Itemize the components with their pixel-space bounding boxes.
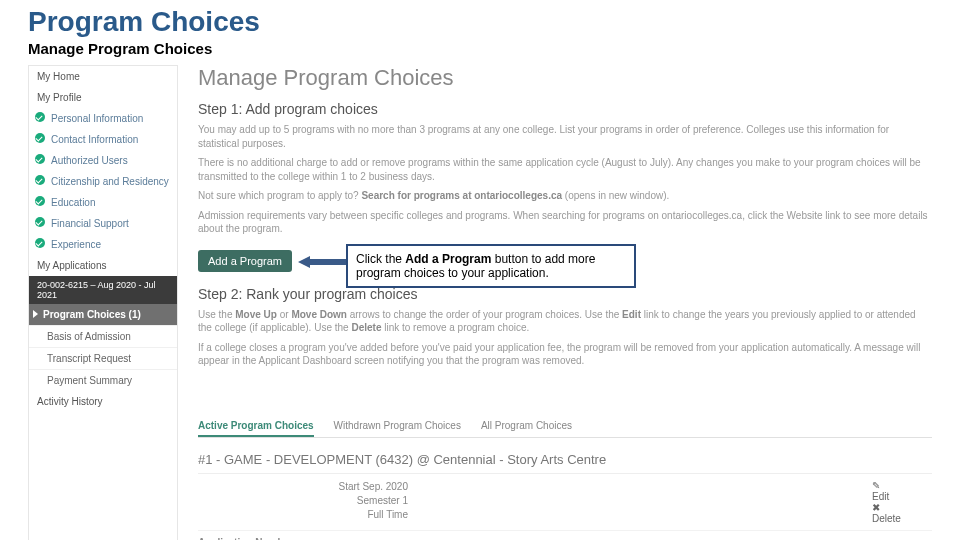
p3-text-c: (opens in new window). xyxy=(562,190,669,201)
step1-para3: Not sure which program to apply to? Sear… xyxy=(198,189,932,203)
edit-icon: ✎ xyxy=(872,480,882,491)
choice-time: Full Time xyxy=(198,508,408,522)
tab-withdrawn-choices[interactable]: Withdrawn Program Choices xyxy=(334,420,461,437)
edit-label: Edit xyxy=(872,491,932,502)
nav-citizenship[interactable]: Citizenship and Residency xyxy=(29,171,177,192)
main-content: Manage Program Choices Step 1: Add progr… xyxy=(178,65,932,540)
choice-sem: Semester 1 xyxy=(198,494,408,508)
p3-text-a: Not sure which program to apply to? xyxy=(198,190,361,201)
p3-link[interactable]: Search for programs at ontariocolleges.c… xyxy=(361,190,562,201)
delete-icon: ✖ xyxy=(872,502,882,513)
add-program-row: Add a Program Click the Add a Program bu… xyxy=(198,242,292,286)
p5h: Delete xyxy=(351,322,381,333)
nav-program-choices[interactable]: Program Choices (1) xyxy=(29,304,177,325)
callout-text-b: Add a Program xyxy=(405,252,491,266)
tabs: Active Program Choices Withdrawn Program… xyxy=(198,420,932,438)
step1-para2: There is no additional charge to add or … xyxy=(198,156,932,183)
nav-education[interactable]: Education xyxy=(29,192,177,213)
nav-application-id[interactable]: 20-002-6215 – Aug 2020 - Jul 2021 xyxy=(29,276,177,304)
nav-experience[interactable]: Experience xyxy=(29,234,177,255)
tab-active-choices[interactable]: Active Program Choices xyxy=(198,420,314,437)
tab-all-choices[interactable]: All Program Choices xyxy=(481,420,572,437)
add-program-button[interactable]: Add a Program xyxy=(198,250,292,272)
nav-payment-summary[interactable]: Payment Summary xyxy=(29,369,177,391)
step2-para1: Use the Move Up or Move Down arrows to c… xyxy=(198,308,932,335)
nav-personal-info[interactable]: Personal Information xyxy=(29,108,177,129)
delete-link[interactable]: ✖ Delete xyxy=(872,502,932,524)
callout-text-a: Click the xyxy=(356,252,405,266)
nav-authorized-users[interactable]: Authorized Users xyxy=(29,150,177,171)
step1-para1: You may add up to 5 programs with no mor… xyxy=(198,123,932,150)
step2-para2: If a college closes a program you've add… xyxy=(198,341,932,368)
p5a: Use the xyxy=(198,309,235,320)
nav-transcript-request[interactable]: Transcript Request xyxy=(29,347,177,369)
p5b: Move Up xyxy=(235,309,277,320)
nav-my-profile[interactable]: My Profile xyxy=(29,87,177,108)
step1-heading: Step 1: Add program choices xyxy=(198,101,932,117)
choice-start: Start Sep. 2020 xyxy=(198,480,408,494)
nav-activity-history[interactable]: Activity History xyxy=(29,391,177,412)
callout-box: Click the Add a Program button to add mo… xyxy=(346,244,636,288)
nav-my-home[interactable]: My Home xyxy=(29,66,177,87)
nav-my-applications[interactable]: My Applications xyxy=(29,255,177,276)
choice-1-actions: ✎ Edit ✖ Delete xyxy=(872,480,932,524)
app-number-label: Application Number: xyxy=(198,537,932,541)
callout-arrow-icon xyxy=(298,256,346,266)
p5c: or xyxy=(277,309,291,320)
step1-para4: Admission requirements vary between spec… xyxy=(198,209,932,236)
choice-1-details: Start Sep. 2020 Semester 1 Full Time xyxy=(198,480,418,524)
nav-financial[interactable]: Financial Support xyxy=(29,213,177,234)
choice-1-row: Start Sep. 2020 Semester 1 Full Time ✎ E… xyxy=(198,474,932,531)
page-subtitle: Manage Program Choices xyxy=(0,38,960,65)
p5e: arrows to change the order of your progr… xyxy=(347,309,622,320)
nav-contact-info[interactable]: Contact Information xyxy=(29,129,177,150)
choice-1-spacer xyxy=(418,480,872,524)
main-heading: Manage Program Choices xyxy=(198,65,932,91)
p5f: Edit xyxy=(622,309,641,320)
choice-1-title: #1 - GAME - DEVELOPMENT (6432) @ Centenn… xyxy=(198,446,932,474)
nav-basis-admission[interactable]: Basis of Admission xyxy=(29,325,177,347)
step2-heading: Step 2: Rank your program choices xyxy=(198,286,932,302)
app-number: Application Number: 20-002-6215 xyxy=(198,537,932,541)
page-title: Program Choices xyxy=(0,0,960,38)
p5i: link to remove a program choice. xyxy=(381,322,529,333)
app-frame: My Home My Profile Personal Information … xyxy=(0,65,960,540)
delete-label: Delete xyxy=(872,513,932,524)
edit-link[interactable]: ✎ Edit xyxy=(872,480,932,502)
sidebar: My Home My Profile Personal Information … xyxy=(28,65,178,540)
p5d: Move Down xyxy=(291,309,347,320)
